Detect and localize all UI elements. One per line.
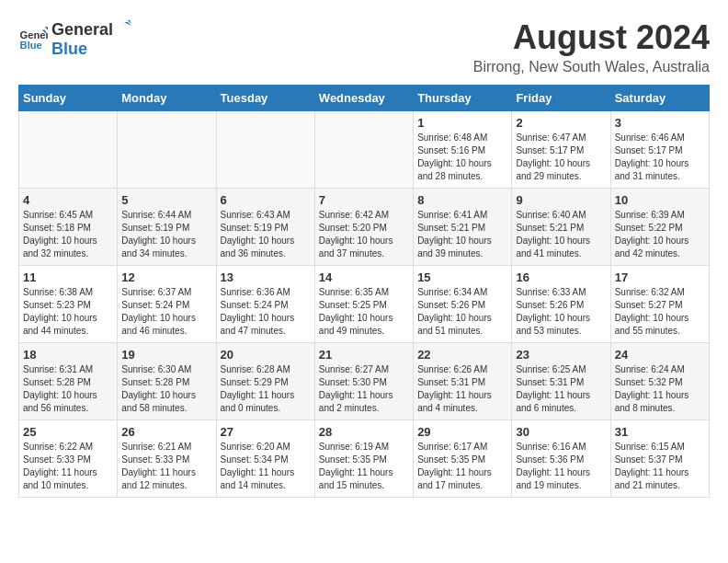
calendar-cell: 11Sunrise: 6:38 AMSunset: 5:23 PMDayligh… <box>19 266 118 343</box>
day-number: 4 <box>23 193 113 207</box>
logo-general: General <box>51 20 113 40</box>
calendar-cell: 20Sunrise: 6:28 AMSunset: 5:29 PMDayligh… <box>216 343 314 420</box>
day-number: 9 <box>516 193 606 207</box>
day-number: 16 <box>516 270 606 284</box>
day-number: 24 <box>615 348 705 362</box>
calendar-cell: 9Sunrise: 6:40 AMSunset: 5:21 PMDaylight… <box>512 189 610 266</box>
day-info: Sunrise: 6:32 AMSunset: 5:27 PMDaylight:… <box>615 286 705 338</box>
calendar-header-row: Sunday Monday Tuesday Wednesday Thursday… <box>19 86 710 111</box>
calendar-cell: 24Sunrise: 6:24 AMSunset: 5:32 PMDayligh… <box>610 343 709 420</box>
logo: General Blue General Blue <box>18 18 131 59</box>
day-info: Sunrise: 6:43 AMSunset: 5:19 PMDaylight:… <box>221 209 311 260</box>
logo-blue: Blue <box>51 40 131 59</box>
calendar-week-4: 18Sunrise: 6:31 AMSunset: 5:28 PMDayligh… <box>19 343 710 420</box>
day-info: Sunrise: 6:37 AMSunset: 5:24 PMDaylight:… <box>121 286 211 338</box>
calendar-cell <box>19 111 118 189</box>
day-number: 25 <box>23 425 113 439</box>
header-wednesday: Wednesday <box>314 86 413 111</box>
day-number: 27 <box>221 425 311 439</box>
day-info: Sunrise: 6:36 AMSunset: 5:24 PMDaylight:… <box>221 286 311 338</box>
calendar-cell: 4Sunrise: 6:45 AMSunset: 5:18 PMDaylight… <box>19 189 118 266</box>
header-saturday: Saturday <box>610 86 709 111</box>
day-info: Sunrise: 6:21 AMSunset: 5:33 PMDaylight:… <box>121 441 211 492</box>
calendar-table: Sunday Monday Tuesday Wednesday Thursday… <box>18 85 710 498</box>
day-number: 2 <box>516 116 606 130</box>
calendar-cell: 29Sunrise: 6:17 AMSunset: 5:35 PMDayligh… <box>414 420 512 498</box>
day-info: Sunrise: 6:30 AMSunset: 5:28 PMDaylight:… <box>121 363 211 415</box>
day-number: 6 <box>221 193 311 207</box>
calendar-cell: 8Sunrise: 6:41 AMSunset: 5:21 PMDaylight… <box>414 189 512 266</box>
day-number: 28 <box>319 425 409 439</box>
day-number: 18 <box>23 348 113 362</box>
calendar-cell: 25Sunrise: 6:22 AMSunset: 5:33 PMDayligh… <box>19 420 118 498</box>
day-number: 1 <box>417 116 507 130</box>
calendar-cell: 2Sunrise: 6:47 AMSunset: 5:17 PMDaylight… <box>512 111 610 189</box>
logo-icon: General Blue <box>18 24 48 53</box>
svg-text:Blue: Blue <box>20 40 42 51</box>
day-number: 17 <box>615 270 705 284</box>
day-info: Sunrise: 6:16 AMSunset: 5:36 PMDaylight:… <box>516 441 606 492</box>
day-info: Sunrise: 6:27 AMSunset: 5:30 PMDaylight:… <box>319 363 409 415</box>
day-number: 29 <box>417 425 507 439</box>
day-info: Sunrise: 6:28 AMSunset: 5:29 PMDaylight:… <box>221 363 311 415</box>
day-info: Sunrise: 6:35 AMSunset: 5:25 PMDaylight:… <box>319 286 409 338</box>
day-info: Sunrise: 6:42 AMSunset: 5:20 PMDaylight:… <box>319 209 409 260</box>
header-sunday: Sunday <box>19 86 118 111</box>
day-info: Sunrise: 6:26 AMSunset: 5:31 PMDaylight:… <box>417 363 507 415</box>
calendar-cell <box>216 111 314 189</box>
day-number: 19 <box>121 348 211 362</box>
day-info: Sunrise: 6:31 AMSunset: 5:28 PMDaylight:… <box>23 363 113 415</box>
calendar-cell: 22Sunrise: 6:26 AMSunset: 5:31 PMDayligh… <box>414 343 512 420</box>
day-info: Sunrise: 6:41 AMSunset: 5:21 PMDaylight:… <box>417 209 507 260</box>
calendar-cell: 7Sunrise: 6:42 AMSunset: 5:20 PMDaylight… <box>314 189 413 266</box>
day-info: Sunrise: 6:15 AMSunset: 5:37 PMDaylight:… <box>615 441 705 492</box>
day-number: 13 <box>221 270 311 284</box>
day-info: Sunrise: 6:33 AMSunset: 5:26 PMDaylight:… <box>516 286 606 338</box>
day-number: 31 <box>615 425 705 439</box>
header-tuesday: Tuesday <box>216 86 314 111</box>
logo-bird-icon <box>115 18 131 35</box>
day-info: Sunrise: 6:22 AMSunset: 5:33 PMDaylight:… <box>23 441 113 492</box>
day-info: Sunrise: 6:38 AMSunset: 5:23 PMDaylight:… <box>23 286 113 338</box>
calendar-body: 1Sunrise: 6:48 AMSunset: 5:16 PMDaylight… <box>19 111 710 498</box>
day-info: Sunrise: 6:39 AMSunset: 5:22 PMDaylight:… <box>615 209 705 260</box>
day-info: Sunrise: 6:47 AMSunset: 5:17 PMDaylight:… <box>516 132 606 183</box>
calendar-cell: 3Sunrise: 6:46 AMSunset: 5:17 PMDaylight… <box>610 111 709 189</box>
calendar-week-1: 1Sunrise: 6:48 AMSunset: 5:16 PMDaylight… <box>19 111 710 189</box>
calendar-cell: 19Sunrise: 6:30 AMSunset: 5:28 PMDayligh… <box>118 343 216 420</box>
day-number: 12 <box>121 270 211 284</box>
calendar-cell: 6Sunrise: 6:43 AMSunset: 5:19 PMDaylight… <box>216 189 314 266</box>
day-number: 15 <box>417 270 507 284</box>
header-monday: Monday <box>118 86 216 111</box>
day-number: 20 <box>221 348 311 362</box>
calendar-cell: 27Sunrise: 6:20 AMSunset: 5:34 PMDayligh… <box>216 420 314 498</box>
day-number: 22 <box>417 348 507 362</box>
header: General Blue General Blue August 2024 Bi… <box>18 18 710 75</box>
calendar-cell: 15Sunrise: 6:34 AMSunset: 5:26 PMDayligh… <box>414 266 512 343</box>
day-info: Sunrise: 6:45 AMSunset: 5:18 PMDaylight:… <box>23 209 113 260</box>
calendar-week-3: 11Sunrise: 6:38 AMSunset: 5:23 PMDayligh… <box>19 266 710 343</box>
day-number: 23 <box>516 348 606 362</box>
day-info: Sunrise: 6:24 AMSunset: 5:32 PMDaylight:… <box>615 363 705 415</box>
day-info: Sunrise: 6:17 AMSunset: 5:35 PMDaylight:… <box>417 441 507 492</box>
calendar-cell: 21Sunrise: 6:27 AMSunset: 5:30 PMDayligh… <box>314 343 413 420</box>
day-info: Sunrise: 6:44 AMSunset: 5:19 PMDaylight:… <box>121 209 211 260</box>
calendar-week-2: 4Sunrise: 6:45 AMSunset: 5:18 PMDaylight… <box>19 189 710 266</box>
day-number: 14 <box>319 270 409 284</box>
day-number: 11 <box>23 270 113 284</box>
day-info: Sunrise: 6:40 AMSunset: 5:21 PMDaylight:… <box>516 209 606 260</box>
day-number: 21 <box>319 348 409 362</box>
calendar-cell: 12Sunrise: 6:37 AMSunset: 5:24 PMDayligh… <box>118 266 216 343</box>
day-info: Sunrise: 6:20 AMSunset: 5:34 PMDaylight:… <box>221 441 311 492</box>
day-number: 8 <box>417 193 507 207</box>
day-info: Sunrise: 6:25 AMSunset: 5:31 PMDaylight:… <box>516 363 606 415</box>
day-number: 30 <box>516 425 606 439</box>
title-section: August 2024 Birrong, New South Wales, Au… <box>473 18 710 75</box>
calendar-cell: 28Sunrise: 6:19 AMSunset: 5:35 PMDayligh… <box>314 420 413 498</box>
calendar-cell: 17Sunrise: 6:32 AMSunset: 5:27 PMDayligh… <box>610 266 709 343</box>
header-friday: Friday <box>512 86 610 111</box>
calendar-cell <box>314 111 413 189</box>
day-number: 3 <box>615 116 705 130</box>
calendar-cell: 14Sunrise: 6:35 AMSunset: 5:25 PMDayligh… <box>314 266 413 343</box>
calendar-cell: 30Sunrise: 6:16 AMSunset: 5:36 PMDayligh… <box>512 420 610 498</box>
